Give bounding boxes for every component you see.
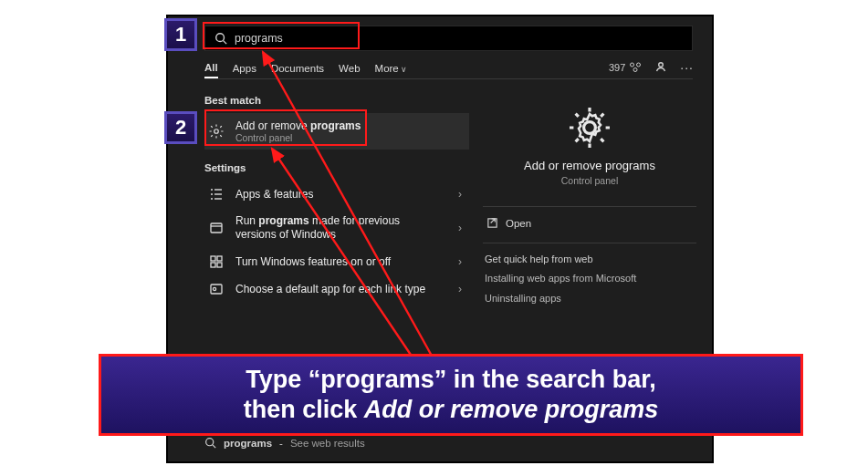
- results-left-column: Best match Add or remove programs Contro…: [204, 89, 469, 303]
- features-icon: [206, 254, 226, 269]
- step-badge-2: 2: [164, 111, 197, 144]
- search-web-results[interactable]: programs - See web results: [204, 437, 365, 449]
- instruction-banner: Type “programs” in the search bar, then …: [99, 354, 803, 436]
- search-bar[interactable]: programs: [204, 26, 693, 51]
- svg-point-2: [631, 63, 634, 67]
- svg-rect-18: [217, 263, 222, 267]
- svg-rect-15: [211, 256, 215, 261]
- tab-apps[interactable]: Apps: [233, 59, 256, 78]
- svg-rect-13: [211, 223, 222, 233]
- more-options-icon[interactable]: ···: [680, 63, 694, 73]
- svg-line-24: [213, 445, 215, 448]
- preview-title: Add or remove programs: [483, 159, 696, 172]
- svg-rect-17: [211, 263, 215, 267]
- best-match-label: Best match: [204, 95, 469, 106]
- settings-label: Settings: [204, 162, 469, 173]
- svg-point-5: [659, 63, 664, 67]
- step-badge-1: 1: [164, 18, 197, 51]
- svg-point-3: [637, 63, 641, 67]
- svg-point-23: [206, 439, 214, 446]
- tab-more[interactable]: More: [375, 59, 408, 78]
- search-icon: [214, 32, 227, 45]
- preview-right-column: Add or remove programs Control panel Ope…: [483, 89, 696, 308]
- svg-line-1: [224, 41, 227, 45]
- tab-documents[interactable]: Documents: [271, 59, 324, 78]
- open-action[interactable]: Open: [483, 211, 696, 235]
- svg-point-21: [584, 122, 596, 134]
- account-icon[interactable]: [654, 60, 667, 75]
- divider: [483, 243, 696, 243]
- gear-icon: [206, 123, 226, 140]
- preview-subtitle: Control panel: [483, 175, 696, 186]
- chevron-right-icon: ›: [458, 222, 462, 234]
- tab-all[interactable]: All: [204, 58, 218, 78]
- settings-item-features-toggle[interactable]: Turn Windows features on or off ›: [204, 248, 469, 275]
- tab-web[interactable]: Web: [339, 59, 360, 78]
- preview-card: Add or remove programs Control panel: [483, 89, 696, 199]
- best-match-text: Add or remove programs Control panel: [235, 119, 361, 143]
- settings-item-compat[interactable]: Run programs made for previous versions …: [204, 208, 469, 248]
- svg-point-0: [216, 34, 225, 42]
- svg-point-4: [633, 68, 637, 72]
- link-icon: [206, 282, 226, 296]
- best-match-result[interactable]: Add or remove programs Control panel: [204, 113, 469, 150]
- settings-item-apps-features[interactable]: Apps & features ›: [204, 181, 469, 208]
- app-icon: [206, 221, 226, 235]
- help-link-uninstall[interactable]: Uninstalling apps: [483, 288, 696, 308]
- divider: [483, 206, 696, 207]
- settings-item-default-app[interactable]: Choose a default app for each link type …: [204, 275, 469, 303]
- search-icon: [204, 437, 216, 449]
- rewards-icon: [629, 62, 642, 73]
- search-input-value: programs: [235, 32, 283, 45]
- help-link-install[interactable]: Installing web apps from Microsoft: [483, 268, 696, 288]
- list-icon: [206, 187, 226, 202]
- gear-icon-large: [568, 106, 612, 150]
- chevron-right-icon: ›: [458, 283, 462, 295]
- chevron-right-icon: ›: [458, 255, 462, 268]
- tab-bar: All Apps Documents Web More: [204, 58, 407, 78]
- help-section-label: Get quick help from web: [483, 247, 696, 268]
- divider: [204, 78, 693, 79]
- rewards-count[interactable]: 397: [609, 62, 642, 73]
- svg-point-6: [214, 129, 219, 134]
- open-icon: [486, 217, 498, 229]
- svg-point-20: [213, 287, 215, 290]
- svg-rect-16: [217, 256, 222, 261]
- toolbar-right: 397 ···: [609, 60, 694, 75]
- chevron-right-icon: ›: [458, 188, 462, 201]
